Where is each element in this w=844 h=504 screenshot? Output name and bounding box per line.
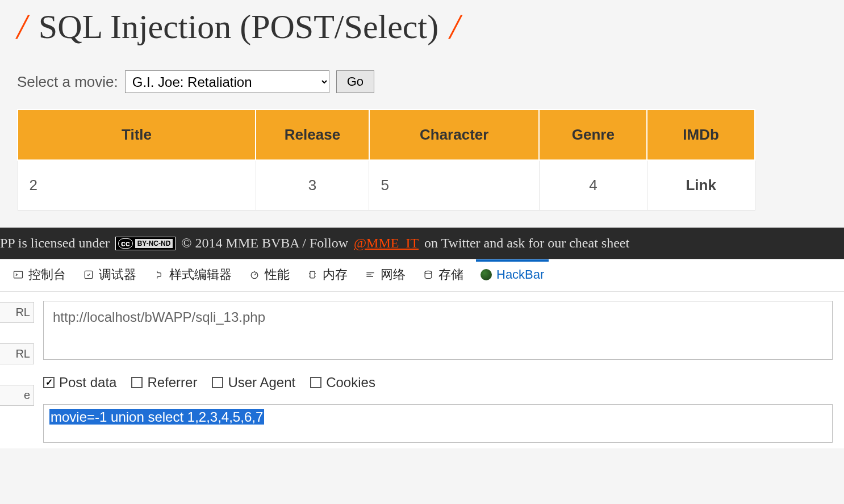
footer-text-left: PP is licensed under [0, 236, 110, 251]
results-table: Title Release Character Genre IMDb 2 3 5… [17, 109, 755, 211]
cell-release: 3 [256, 160, 369, 211]
cc-terms: BY-NC-ND [135, 239, 173, 248]
tab-style-editor[interactable]: 样式编辑器 [152, 264, 233, 285]
performance-icon [249, 269, 260, 280]
devtools-panel: 器 控制台 调试器 样式编辑器 性能 [0, 259, 844, 448]
svg-point-4 [425, 271, 432, 274]
footer-text-mid: © 2014 MME BVBA / Follow [181, 236, 348, 251]
tab-label: 控制台 [28, 266, 66, 283]
postdata-value: movie=-1 union select 1,2,3,4,5,6,7 [49, 409, 264, 425]
tab-console[interactable]: 控制台 [11, 264, 67, 285]
checkbox-icon [310, 377, 321, 388]
page-title: SQL Injection (POST/Select) [39, 7, 438, 47]
checkbox-label: Cookies [326, 375, 375, 390]
cell-genre: 4 [539, 160, 647, 211]
th-release: Release [256, 110, 369, 160]
tab-hackbar[interactable]: HackBar [479, 265, 545, 284]
tab-storage[interactable]: 存储 [421, 264, 465, 285]
footer-twitter-link[interactable]: @MME_IT [354, 236, 419, 251]
tab-label: 调试器 [99, 266, 136, 283]
checkbox-label: User Agent [228, 375, 295, 390]
hackbar-options: Post data Referrer User Agent Cookies [43, 375, 833, 390]
tab-memory[interactable]: 内存 [306, 264, 349, 285]
svg-rect-0 [14, 271, 23, 278]
tab-performance[interactable]: 性能 [248, 264, 291, 285]
tab-debugger[interactable]: 调试器 [82, 264, 137, 285]
th-title: Title [18, 110, 256, 160]
footer-bar: PP is licensed under cc BY-NC-ND © 2014 … [0, 228, 844, 259]
cell-imdb-link[interactable]: Link [647, 160, 755, 211]
tab-label: 性能 [265, 266, 290, 283]
checkbox-icon [131, 377, 143, 388]
tab-label: 存储 [438, 266, 463, 283]
load-url-button[interactable]: RL [0, 302, 34, 323]
tab-network[interactable]: 网络 [363, 264, 407, 285]
split-url-button[interactable]: RL [0, 343, 34, 364]
devtools-tabs: 器 控制台 调试器 样式编辑器 性能 [0, 259, 844, 292]
style-icon [153, 269, 165, 280]
slash-icon: / [17, 6, 27, 48]
cell-character: 5 [369, 160, 540, 211]
execute-button[interactable]: e [0, 385, 34, 406]
tab-label: HackBar [496, 267, 544, 282]
svg-rect-3 [310, 271, 315, 278]
tab-label: 网络 [381, 266, 406, 283]
th-genre: Genre [539, 110, 647, 160]
referrer-checkbox[interactable]: Referrer [131, 375, 197, 390]
postdata-checkbox[interactable]: Post data [43, 375, 116, 390]
useragent-checkbox[interactable]: User Agent [212, 375, 295, 390]
tab-label: 样式编辑器 [169, 266, 232, 283]
cc-badge: cc BY-NC-ND [115, 237, 176, 250]
th-character: Character [369, 110, 540, 160]
footer-text-right: on Twitter and ask for our cheat sheet [424, 236, 629, 251]
memory-icon [307, 269, 318, 280]
network-icon [365, 269, 376, 280]
cc-icon: cc [118, 238, 133, 249]
table-header-row: Title Release Character Genre IMDb [18, 110, 755, 160]
slash-icon: / [450, 6, 460, 48]
movie-select[interactable]: G.I. Joe: Retaliation [125, 70, 329, 93]
tab-label: 内存 [323, 266, 348, 283]
url-input[interactable]: http://localhost/bWAPP/sqli_13.php [43, 301, 833, 360]
hackbar-side-buttons: RL RL e [0, 297, 34, 443]
checkbox-icon [212, 377, 223, 388]
checkbox-label: Post data [59, 375, 116, 390]
hackbar-icon [481, 269, 492, 280]
movie-form: Select a movie: G.I. Joe: Retaliation Go [17, 70, 827, 93]
th-imdb: IMDb [647, 110, 755, 160]
console-icon [12, 269, 24, 280]
debugger-icon [83, 269, 94, 280]
checkbox-icon [43, 377, 55, 388]
postdata-input[interactable]: movie=-1 union select 1,2,3,4,5,6,7 [43, 404, 833, 443]
table-row: 2 3 5 4 Link [18, 160, 755, 211]
title-row: / SQL Injection (POST/Select) / [17, 6, 827, 48]
cell-title: 2 [18, 160, 256, 211]
storage-icon [423, 269, 434, 280]
checkbox-label: Referrer [147, 375, 197, 390]
cookies-checkbox[interactable]: Cookies [310, 375, 375, 390]
go-button[interactable]: Go [336, 70, 374, 93]
movie-label: Select a movie: [17, 73, 118, 91]
hackbar-body: RL RL e http://localhost/bWAPP/sqli_13.p… [0, 292, 844, 448]
